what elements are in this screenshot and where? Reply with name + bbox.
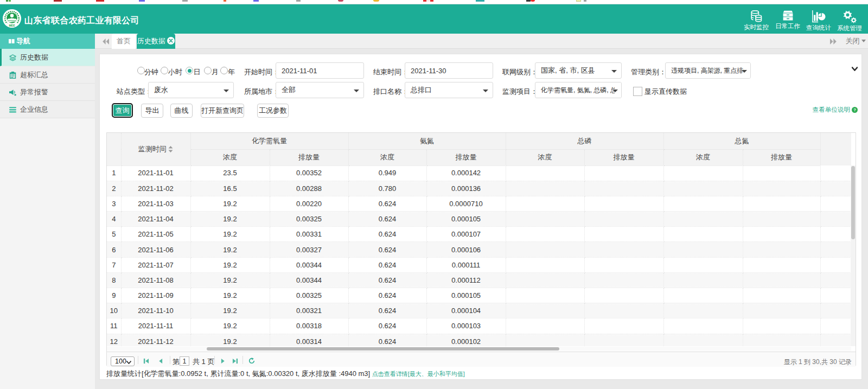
- svg-text:?: ?: [853, 107, 856, 112]
- svg-text:MEE: MEE: [9, 24, 15, 27]
